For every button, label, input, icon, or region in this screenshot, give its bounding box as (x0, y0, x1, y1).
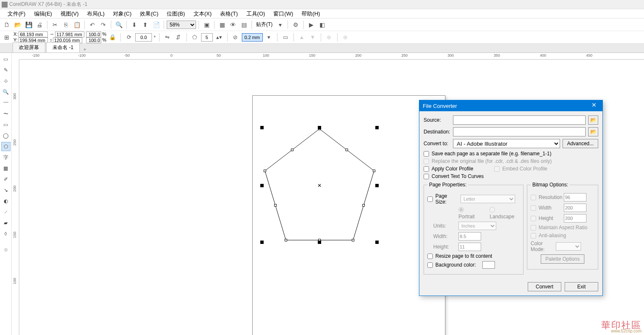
import-icon[interactable]: ⬇ (129, 20, 139, 30)
node[interactable] (274, 204, 277, 207)
dialog-titlebar[interactable]: File Converter ✕ (419, 100, 602, 111)
selection-handle[interactable] (375, 184, 379, 187)
node[interactable] (291, 149, 293, 151)
selection-handle[interactable] (260, 241, 264, 244)
menu-view[interactable]: 视图(V) (56, 9, 83, 18)
options-icon[interactable]: ⚙ (291, 20, 301, 30)
sides-input[interactable] (201, 33, 213, 42)
menu-bitmap[interactable]: 位图(B) (162, 9, 189, 18)
convert-button[interactable]: Convert (528, 282, 561, 291)
snap-dropdown-icon[interactable]: ▾ (275, 20, 285, 30)
freehand-tool-icon[interactable]: 〰 (1, 98, 10, 107)
fill-tool-icon[interactable]: ▰ (1, 218, 10, 228)
convert-to-select[interactable]: AI - Adobe Illustrator (453, 139, 560, 148)
text-to-curves-checkbox[interactable] (424, 174, 429, 179)
save-each-checkbox[interactable] (424, 151, 429, 157)
selection-center[interactable]: ✕ (317, 183, 322, 188)
selection-handle[interactable] (318, 126, 321, 129)
open-icon[interactable]: 📂 (13, 20, 23, 30)
spinner-icon[interactable]: ▴▾ (215, 33, 224, 42)
export-icon[interactable]: ⬆ (140, 20, 150, 30)
grid-icon[interactable]: ▤ (239, 20, 249, 30)
ellipse-tool-icon[interactable]: ◯ (1, 131, 10, 140)
fullscreen-icon[interactable]: ▣ (202, 20, 212, 30)
redo-icon[interactable]: ↷ (98, 20, 108, 30)
page-size-checkbox[interactable] (427, 196, 433, 202)
front-icon[interactable]: ▲ (297, 33, 306, 42)
crop-tool-icon[interactable]: ⊹ (1, 76, 10, 86)
selection-handle[interactable] (318, 241, 321, 244)
mirror-v-icon[interactable]: ⇵ (174, 33, 183, 42)
zoom-select[interactable]: 58% (167, 21, 196, 29)
grid-toggle-icon[interactable]: ⊞ (2, 32, 12, 42)
source-input[interactable] (453, 115, 586, 125)
node[interactable] (352, 239, 354, 241)
effects-tool-icon[interactable]: ◐ (1, 196, 10, 206)
table-tool-icon[interactable]: ▦ (1, 164, 10, 173)
dimension-tool-icon[interactable]: ✐ (1, 175, 10, 184)
tab-add-button[interactable]: + (81, 47, 89, 52)
node[interactable] (285, 239, 287, 241)
print-icon[interactable]: 🖨 (34, 20, 45, 30)
menu-edit[interactable]: 编辑(E) (30, 9, 56, 18)
undo-icon[interactable]: ↶ (87, 20, 97, 30)
new-icon[interactable]: 🗋 (2, 20, 12, 30)
x-input[interactable] (18, 31, 48, 37)
rotate-input[interactable] (135, 33, 152, 42)
app-icon[interactable]: ◧ (317, 20, 327, 30)
destination-input[interactable] (453, 127, 586, 136)
copy-icon[interactable]: ⎘ (61, 20, 71, 30)
wrap-icon[interactable]: ▭ (281, 33, 290, 42)
advanced-button[interactable]: Advanced... (563, 139, 598, 148)
outline-dropdown-icon[interactable]: ▾ (264, 33, 274, 42)
tab-untitled[interactable]: 未命名 -1 (46, 42, 80, 52)
polygon-tool-icon[interactable]: ⬠ (1, 142, 10, 151)
node[interactable] (264, 170, 266, 172)
rulers-icon[interactable]: ▦ (217, 20, 227, 30)
menu-window[interactable]: 窗口(W) (269, 9, 297, 18)
resize-checkbox[interactable] (427, 254, 433, 259)
apply-profile-checkbox[interactable] (424, 166, 429, 172)
width-input[interactable] (55, 31, 84, 37)
publish-icon[interactable]: 📄 (151, 20, 161, 30)
selection-handle[interactable] (375, 126, 379, 129)
menu-text[interactable]: 文本(X) (189, 9, 216, 18)
eyedropper-tool-icon[interactable]: ⟋ (1, 207, 10, 217)
back-icon[interactable]: ▼ (308, 33, 317, 42)
selection-handle[interactable] (260, 184, 264, 187)
snap-label[interactable]: 贴齐(T) (254, 21, 274, 28)
node[interactable] (373, 170, 375, 172)
scale-x-input[interactable] (86, 31, 101, 37)
lock-icon[interactable]: 🔒 (108, 33, 117, 42)
exit-button[interactable]: Exit (565, 282, 598, 291)
menu-effects[interactable]: 效果(C) (136, 9, 162, 18)
zoom-tool-icon[interactable]: 🔍 (1, 87, 10, 97)
bg-checkbox[interactable] (427, 262, 433, 268)
bg-swatch[interactable] (482, 261, 495, 269)
menu-help[interactable]: 帮助(H) (297, 9, 324, 18)
rectangle-tool-icon[interactable]: ▭ (1, 120, 10, 129)
browse-destination-icon[interactable]: 📂 (588, 127, 598, 136)
node[interactable] (346, 149, 348, 151)
cut-icon[interactable]: ✂ (50, 20, 60, 30)
outline-tool-icon[interactable]: ◊ (1, 229, 10, 238)
menu-layout[interactable]: 布局(L) (83, 9, 109, 18)
node[interactable] (362, 204, 365, 207)
menu-table[interactable]: 表格(T) (216, 9, 242, 18)
text-tool-icon[interactable]: 字 (1, 153, 10, 162)
mirror-h-icon[interactable]: ⇋ (163, 33, 172, 42)
launch-icon[interactable]: ▶ (306, 20, 316, 30)
quick-custom-icon[interactable]: ⊕ (1, 245, 10, 254)
menu-file[interactable]: 文件(F) (3, 9, 30, 18)
quick-custom-icon[interactable]: ⊕ (341, 33, 350, 42)
guides-icon[interactable]: 👁 (228, 20, 238, 30)
menu-object[interactable]: 对象(C) (109, 9, 136, 18)
outline-input[interactable] (242, 33, 263, 42)
connector-tool-icon[interactable]: ↘ (1, 186, 10, 195)
tab-welcome[interactable]: 欢迎屏幕 (13, 42, 45, 52)
search-icon[interactable]: 🔍 (114, 20, 124, 30)
browse-source-icon[interactable]: 📂 (588, 115, 598, 125)
close-icon[interactable]: ✕ (589, 102, 599, 110)
selection-handle[interactable] (375, 241, 379, 244)
selection-handle[interactable] (260, 126, 264, 129)
